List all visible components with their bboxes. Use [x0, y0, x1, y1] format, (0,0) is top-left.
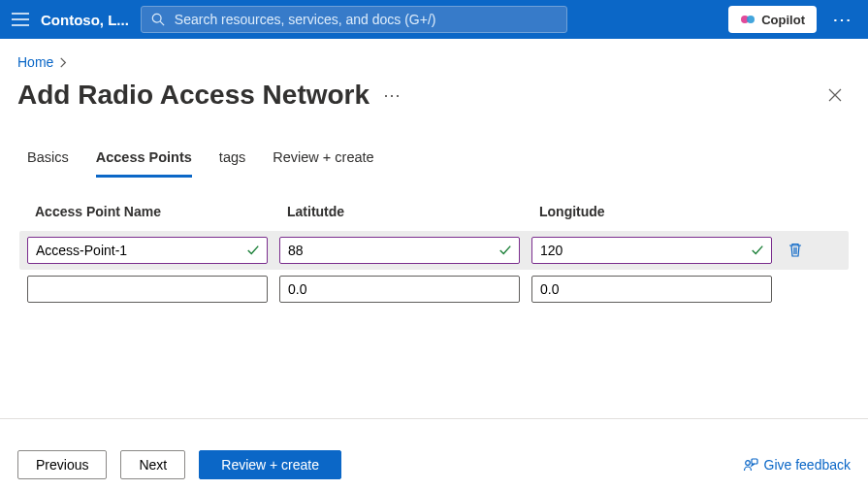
longitude-input[interactable]	[531, 237, 772, 264]
close-icon[interactable]	[827, 87, 851, 103]
copilot-icon	[740, 12, 755, 27]
svg-point-4	[745, 460, 750, 465]
table-row	[19, 231, 849, 270]
access-point-name-input[interactable]	[27, 237, 268, 264]
checkmark-icon	[246, 244, 260, 257]
copilot-label: Copilot	[761, 13, 805, 27]
tab-tags[interactable]: tags	[219, 144, 245, 178]
page-footer: Previous Next Review + create Give feedb…	[0, 418, 868, 490]
svg-line-1	[160, 21, 164, 25]
svg-point-0	[152, 14, 161, 22]
page-content: Home Add Radio Access Network ⋯ Basics A…	[0, 39, 868, 418]
tab-review[interactable]: Review + create	[273, 144, 373, 178]
top-app-bar: Contoso, L... Copilot ⋯	[0, 0, 868, 39]
column-header-name: Access Point Name	[27, 204, 268, 219]
table-row	[27, 270, 841, 309]
global-search-input[interactable]	[173, 11, 557, 28]
global-search[interactable]	[141, 6, 567, 33]
access-point-name-input[interactable]	[27, 276, 268, 303]
search-icon	[151, 13, 165, 26]
topbar-more-icon[interactable]: ⋯	[828, 8, 856, 31]
review-create-button[interactable]: Review + create	[199, 450, 341, 479]
delete-row-icon[interactable]	[788, 243, 803, 258]
breadcrumb-home[interactable]: Home	[17, 54, 53, 70]
chevron-right-icon	[59, 57, 68, 68]
column-header-longitude: Longitude	[531, 204, 772, 219]
access-points-grid: Access Point Name Latitutde Longitude	[17, 204, 851, 309]
page-title-row: Add Radio Access Network ⋯	[17, 80, 851, 111]
hamburger-icon[interactable]	[12, 13, 29, 26]
person-feedback-icon	[743, 457, 758, 473]
latitude-input[interactable]	[279, 276, 520, 303]
svg-point-3	[747, 16, 755, 23]
next-button[interactable]: Next	[120, 450, 185, 479]
tab-access-points[interactable]: Access Points	[96, 144, 192, 178]
previous-button[interactable]: Previous	[17, 450, 107, 479]
checkmark-icon	[751, 244, 764, 257]
give-feedback-label: Give feedback	[764, 457, 852, 473]
tenant-name[interactable]: Contoso, L...	[41, 12, 129, 28]
page-title: Add Radio Access Network	[17, 80, 370, 111]
breadcrumb: Home	[17, 50, 851, 80]
copilot-button[interactable]: Copilot	[728, 6, 817, 33]
tab-bar: Basics Access Points tags Review + creat…	[17, 144, 851, 179]
give-feedback-link[interactable]: Give feedback	[743, 457, 852, 473]
longitude-input[interactable]	[531, 276, 772, 303]
svg-rect-5	[752, 459, 757, 464]
page-title-more-icon[interactable]: ⋯	[383, 84, 401, 106]
column-header-latitude: Latitutde	[279, 204, 520, 219]
latitude-input[interactable]	[279, 237, 520, 264]
checkmark-icon	[498, 244, 512, 257]
grid-header: Access Point Name Latitutde Longitude	[27, 204, 841, 219]
tab-basics[interactable]: Basics	[27, 144, 69, 178]
